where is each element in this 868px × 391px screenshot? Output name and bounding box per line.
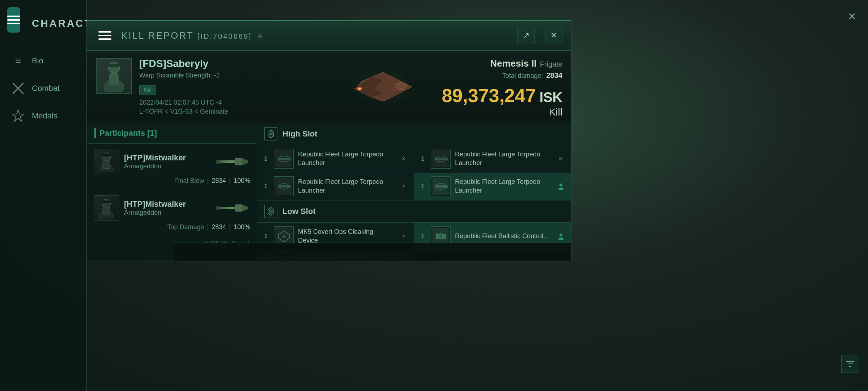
- svg-marker-29: [242, 158, 248, 165]
- high-slot-icon: [264, 127, 277, 140]
- modal-header: KILL REPORT [ID:7040669] ⎘ ↗ ✕: [87, 21, 571, 51]
- slot-action-close[interactable]: ×: [399, 231, 409, 241]
- participant-name-2: [HTP]Mistwalker: [124, 199, 209, 209]
- combat-icon: [11, 81, 25, 96]
- sidebar-item-bio[interactable]: ≡ Bio: [0, 47, 86, 75]
- kill-result: Kill: [442, 106, 562, 118]
- svg-rect-36: [216, 206, 220, 210]
- modal-close-button[interactable]: ✕: [545, 27, 562, 44]
- modal-hamburger-icon: [98, 31, 111, 40]
- ship-class: Frigate: [540, 60, 562, 68]
- svg-point-66: [559, 234, 562, 236]
- main-content: Participants [1] [HTP]Mistwalker: [87, 123, 571, 261]
- participant-percent: 100%: [234, 177, 250, 185]
- participants-panel: Participants [1] [HTP]Mistwalker: [87, 123, 257, 261]
- filter-button[interactable]: [841, 355, 859, 373]
- hamburger-icon: [7, 16, 20, 24]
- slot-count: 1: [421, 156, 425, 162]
- app-close-button[interactable]: ✕: [843, 7, 861, 25]
- close-icon: ✕: [848, 10, 856, 22]
- svg-point-46: [445, 157, 448, 160]
- player-avatar: [96, 58, 132, 94]
- participant-item[interactable]: [HTP]Mistwalker Armageddon: [87, 190, 257, 236]
- participant-role: Final Blow: [174, 177, 204, 185]
- sidebar-item-medals[interactable]: Medals: [0, 102, 86, 130]
- slot-item-name: Republic Fleet Large Torpedo Launcher: [455, 150, 551, 167]
- participant-avatar: [94, 149, 119, 174]
- slot-action-close[interactable]: ×: [399, 181, 409, 192]
- slot-item-name: Republic Fleet Ballistic Control...: [455, 232, 552, 240]
- kill-badge: Kill: [139, 85, 156, 95]
- svg-marker-8: [12, 110, 24, 121]
- slot-item-name: Republic Fleet Large Torpedo Launcher: [455, 178, 552, 195]
- high-slot-title: High Slot: [282, 129, 318, 139]
- svg-rect-28: [216, 160, 220, 164]
- svg-point-38: [270, 133, 272, 135]
- svg-point-55: [559, 184, 562, 186]
- slots-panel: High Slot 1: [257, 123, 571, 261]
- participants-header: Participants [1]: [87, 123, 257, 144]
- modal-title: KILL REPORT [ID:7040669] ⎘: [121, 30, 507, 41]
- sidebar-item-combat[interactable]: Combat: [0, 75, 86, 102]
- slot-item-name: Republic Fleet Large Torpedo Launcher: [298, 150, 394, 167]
- slot-action-person[interactable]: [556, 182, 566, 191]
- modal-close-icon: ✕: [550, 31, 557, 40]
- participant-item[interactable]: [HTP]Mistwalker Armageddon: [87, 144, 257, 190]
- participant-weapon: [214, 154, 250, 169]
- participant-damage: 2834: [212, 177, 226, 185]
- participant-info-2: [HTP]Mistwalker Armageddon: [124, 199, 209, 216]
- low-slot-header: Low Slot: [257, 201, 571, 223]
- slot-item[interactable]: 1 Republic Fleet Large Torpedo Launcher: [257, 173, 414, 200]
- ship-image: [332, 58, 434, 116]
- svg-point-50: [288, 185, 291, 188]
- slot-item-icon: [274, 149, 294, 169]
- slot-item[interactable]: 1 Republic Fleet Large Torpedo Launcher: [257, 145, 414, 173]
- svg-point-42: [288, 157, 291, 160]
- sidebar-label-medals: Medals: [32, 111, 58, 121]
- filter-icon: [845, 358, 856, 369]
- bottom-strip: [174, 243, 571, 261]
- slot-action-close[interactable]: ×: [556, 154, 566, 164]
- kill-stats: Nemesis II Frigate Total damage: 2834 89…: [442, 58, 562, 118]
- header-bar: [94, 128, 96, 138]
- slot-count: 1: [264, 156, 268, 162]
- participant-ship: Armageddon: [124, 163, 209, 170]
- sidebar-label-bio: Bio: [32, 56, 43, 66]
- participant-damage-2: 2834: [212, 223, 226, 231]
- slot-action-close[interactable]: ×: [399, 154, 409, 164]
- participant-stats: Final Blow | 2834 | 100%: [94, 177, 250, 185]
- kill-report-modal: KILL REPORT [ID:7040669] ⎘ ↗ ✕: [87, 20, 571, 261]
- svg-point-64: [439, 235, 443, 238]
- slot-item-highlighted[interactable]: 1 Republic Fleet Large Torpedo Launcher: [414, 173, 571, 200]
- svg-point-30: [102, 199, 111, 208]
- bio-icon: ≡: [11, 54, 25, 68]
- svg-point-61: [282, 235, 285, 238]
- participant-role-2: Top Damage: [167, 223, 204, 231]
- participant-avatar-2: [94, 195, 119, 220]
- slot-count: 1: [421, 183, 425, 190]
- sidebar-menu-button[interactable]: [7, 7, 20, 33]
- participants-title: Participants [1]: [99, 129, 157, 138]
- svg-rect-25: [102, 154, 111, 156]
- high-slot-section: High Slot 1: [257, 123, 571, 201]
- slot-count: 1: [421, 233, 425, 240]
- slot-item[interactable]: 1 Republic Fleet Large Torpedo Launcher: [414, 145, 571, 173]
- sidebar: CHARACTER ≡ Bio Combat Medals: [0, 0, 87, 391]
- svg-rect-27: [235, 158, 242, 165]
- modal-menu-button[interactable]: [96, 26, 114, 45]
- export-button[interactable]: ↗: [518, 27, 535, 44]
- slot-item-name: MK5 Covert Ops Cloaking Device: [298, 228, 394, 245]
- low-slot-title: Low Slot: [282, 207, 316, 216]
- participant-ship-2: Armageddon: [124, 209, 209, 216]
- low-slot-icon: [264, 205, 277, 218]
- medals-icon: [11, 109, 25, 123]
- slot-action-person[interactable]: [556, 232, 566, 241]
- slot-item-icon: [431, 149, 451, 169]
- slot-count: 1: [264, 233, 268, 240]
- svg-rect-32: [103, 207, 110, 215]
- export-icon: ↗: [523, 31, 529, 40]
- slot-count: 1: [264, 183, 268, 190]
- copy-icon[interactable]: ⎘: [258, 33, 263, 40]
- svg-rect-24: [103, 161, 110, 169]
- participant-info: [HTP]Mistwalker Armageddon: [124, 153, 209, 170]
